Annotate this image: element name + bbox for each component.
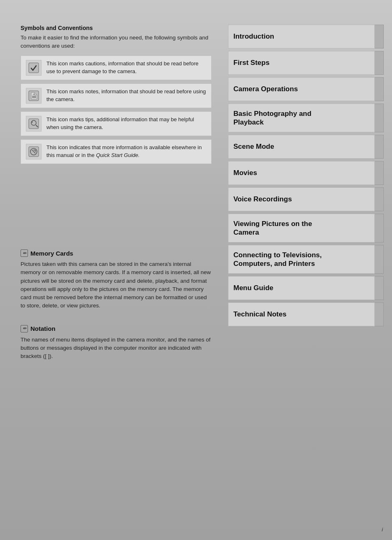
nav-tab-0 <box>375 25 384 48</box>
nav-item-9[interactable]: Menu Guide <box>228 276 384 300</box>
nav-tab-5 <box>375 161 384 185</box>
page-container: Symbols and Conventions To make it easie… <box>0 0 392 540</box>
svg-rect-0 <box>29 63 39 73</box>
nav-label-text-1: First Steps <box>233 58 270 67</box>
symbols-title: Symbols and Conventions <box>21 25 212 31</box>
nav-tab-7 <box>375 214 384 242</box>
left-column: Symbols and Conventions To make it easie… <box>0 0 224 540</box>
nav-item-7[interactable]: Viewing Pictures on the Camera <box>228 214 384 242</box>
caution-icon <box>26 60 42 76</box>
nav-tab-4 <box>375 135 384 159</box>
nav-item-8[interactable]: Connecting to Televisions, Computers, an… <box>228 245 384 274</box>
nav-label-text-2: Camera Operations <box>233 85 298 93</box>
note-text: This icon marks notes, information that … <box>46 88 206 104</box>
nav-label-text-6: Voice Recordings <box>233 195 292 203</box>
nav-label-text-7: Viewing Pictures on the Camera <box>233 219 312 237</box>
nav-label-box-5: Movies <box>228 161 375 185</box>
nav-item-1[interactable]: First Steps <box>228 51 384 75</box>
memory-title: ✏ Memory Cards <box>21 249 212 257</box>
nav-item-4[interactable]: Scene Mode <box>228 135 384 159</box>
nav-label-box-10: Technical Notes <box>228 302 375 326</box>
memory-note-icon: ✏ <box>21 249 28 257</box>
memory-text: Pictures taken with this camera can be s… <box>21 260 212 310</box>
nav-item-10[interactable]: Technical Notes <box>228 302 384 326</box>
nav-label-box-0: Introduction <box>228 25 375 48</box>
notation-note-icon: ✏ <box>21 325 28 332</box>
svg-text:✏: ✏ <box>32 93 35 96</box>
nav-label-text-10: Technical Notes <box>233 310 286 318</box>
more-info-icon <box>26 144 42 159</box>
more-info-text: This icon indicates that more informatio… <box>46 144 206 159</box>
nav-tab-9 <box>375 276 384 300</box>
nav-label-text-4: Scene Mode <box>233 142 274 151</box>
nav-label-box-6: Voice Recordings <box>228 187 375 211</box>
nav-item-2[interactable]: Camera Operations <box>228 77 384 101</box>
nav-label-text-0: Introduction <box>233 32 274 41</box>
nav-label-box-4: Scene Mode <box>228 135 375 159</box>
tips-icon <box>26 116 42 132</box>
notation-section: ✏ Notation The names of menu items displ… <box>21 325 212 361</box>
quick-start-ref: Quick Start Guide. <box>96 152 140 158</box>
page-number: i <box>382 526 383 533</box>
nav-tab-8 <box>375 245 384 274</box>
nav-label-box-8: Connecting to Televisions, Computers, an… <box>228 245 375 274</box>
tips-text: This icon marks tips, additional informa… <box>46 116 206 132</box>
nav-label-box-3: Basic Photography and Playback <box>228 104 375 132</box>
nav-tab-3 <box>375 104 384 132</box>
nav-item-0[interactable]: Introduction <box>228 25 384 48</box>
caution-icon-row: This icon marks cautions, information th… <box>21 55 212 80</box>
symbols-section: Symbols and Conventions To make it easie… <box>21 25 212 167</box>
nav-tab-10 <box>375 302 384 326</box>
nav-label-box-2: Camera Operations <box>228 77 375 101</box>
nav-item-6[interactable]: Voice Recordings <box>228 187 384 211</box>
caution-text: This icon marks cautions, information th… <box>46 60 206 76</box>
more-info-icon-row: This icon indicates that more informatio… <box>21 139 212 164</box>
memory-section: ✏ Memory Cards Pictures taken with this … <box>21 249 212 317</box>
nav-label-text-3: Basic Photography and Playback <box>233 109 311 127</box>
nav-item-5[interactable]: Movies <box>228 161 384 185</box>
notation-title: ✏ Notation <box>21 325 212 332</box>
nav-item-3[interactable]: Basic Photography and Playback <box>228 104 384 132</box>
nav-tab-6 <box>375 187 384 211</box>
nav-label-text-9: Menu Guide <box>233 284 273 292</box>
right-column: IntroductionFirst StepsCamera Operations… <box>224 0 392 540</box>
note-icon-row: ✏ This icon marks notes, information tha… <box>21 83 212 108</box>
note-icon: ✏ <box>26 88 42 104</box>
svg-point-8 <box>32 122 33 123</box>
nav-tab-1 <box>375 51 384 75</box>
tips-icon-row: This icon marks tips, additional informa… <box>21 111 212 136</box>
nav-label-box-7: Viewing Pictures on the Camera <box>228 214 375 242</box>
nav-tab-2 <box>375 77 384 101</box>
nav-label-box-9: Menu Guide <box>228 276 375 300</box>
nav-label-box-1: First Steps <box>228 51 375 75</box>
nav-label-text-5: Movies <box>233 168 257 177</box>
symbols-intro: To make it easier to find the informatio… <box>21 34 212 50</box>
notation-text: The names of menu items displayed in the… <box>21 336 212 361</box>
nav-label-text-8: Connecting to Televisions, Computers, an… <box>233 251 322 268</box>
